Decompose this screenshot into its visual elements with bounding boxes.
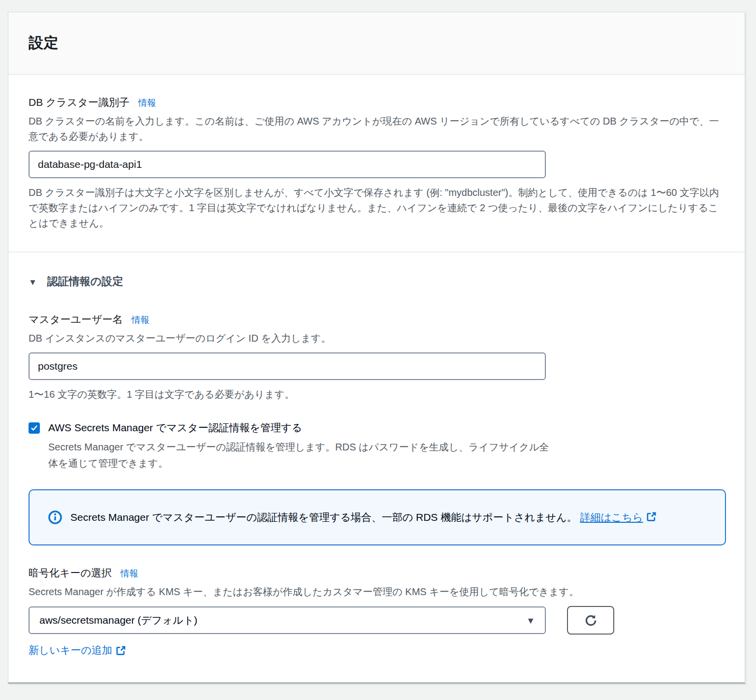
panel-header: 設定 — [8, 12, 745, 75]
master-username-description: DB インスタンスのマスターユーザーのログイン ID を入力します。 — [29, 331, 723, 346]
info-icon — [48, 510, 62, 524]
caret-down-icon — [29, 275, 37, 288]
divider — [8, 252, 745, 253]
credentials-section-title: 認証情報の設定 — [47, 274, 124, 289]
info-alert-message: Secrets Manager でマスターユーザーの認証情報を管理する場合、一部… — [70, 511, 577, 523]
cluster-identifier-info-link[interactable]: 情報 — [138, 97, 156, 109]
settings-panel: 設定 DB クラスター識別子 情報 DB クラスターの名前を入力します。この名前… — [8, 12, 745, 684]
secrets-manager-checkbox[interactable] — [29, 422, 40, 434]
learn-more-link[interactable]: 詳細はこちら — [580, 511, 643, 523]
encryption-key-select[interactable]: aws/secretsmanager (デフォルト) — [29, 606, 546, 634]
cluster-identifier-label: DB クラスター識別子 — [29, 95, 129, 109]
cluster-identifier-input[interactable] — [29, 151, 546, 178]
external-link-icon — [116, 645, 126, 656]
encryption-key-info-link[interactable]: 情報 — [121, 568, 138, 579]
secrets-manager-description: Secrets Manager でマスターユーザーの認証情報を管理します。RDS… — [48, 439, 555, 472]
add-new-key-label: 新しいキーの追加 — [29, 643, 112, 657]
panel-title: 設定 — [29, 33, 59, 53]
encryption-key-description: Secrets Manager が作成する KMS キー、またはお客様が作成した… — [29, 584, 723, 600]
refresh-icon — [584, 613, 598, 628]
secrets-manager-block: AWS Secrets Manager でマスター認証情報を管理する Secre… — [29, 421, 724, 472]
cluster-identifier-field: DB クラスター識別子 情報 DB クラスターの名前を入力します。この名前は、ご… — [29, 95, 724, 231]
encryption-key-label: 暗号化キーの選択 — [29, 566, 112, 580]
encryption-key-field: 暗号化キーの選択 情報 Secrets Manager が作成する KMS キー… — [29, 566, 724, 657]
master-username-constraint: 1〜16 文字の英数字。1 字目は文字である必要があります。 — [29, 387, 723, 402]
master-username-input[interactable] — [29, 352, 546, 380]
check-icon — [30, 424, 38, 432]
external-link-icon[interactable] — [646, 511, 657, 522]
master-username-label: マスターユーザー名 — [29, 313, 123, 326]
cluster-identifier-description: DB クラスターの名前を入力します。この名前は、ご使用の AWS アカウントが現… — [29, 114, 723, 144]
add-new-key-link[interactable]: 新しいキーの追加 — [29, 643, 126, 657]
refresh-button[interactable] — [567, 606, 614, 635]
master-username-info-link[interactable]: 情報 — [131, 314, 149, 326]
secrets-manager-checkbox-label[interactable]: AWS Secrets Manager でマスター認証情報を管理する — [48, 421, 302, 435]
info-alert-text: Secrets Manager でマスターユーザーの認証情報を管理する場合、一部… — [70, 508, 657, 527]
encryption-key-selected-option: aws/secretsmanager (デフォルト) — [39, 613, 197, 627]
info-alert: Secrets Manager でマスターユーザーの認証情報を管理する場合、一部… — [29, 489, 726, 545]
credentials-section-toggle[interactable]: 認証情報の設定 — [29, 274, 123, 289]
secrets-manager-checkbox-row[interactable]: AWS Secrets Manager でマスター認証情報を管理する — [29, 421, 302, 435]
caret-down-icon — [526, 614, 535, 626]
panel-body: DB クラスター識別子 情報 DB クラスターの名前を入力します。この名前は、ご… — [8, 95, 745, 682]
master-username-field: マスターユーザー名 情報 DB インスタンスのマスターユーザーのログイン ID … — [29, 313, 724, 402]
cluster-identifier-constraint: DB クラスター識別子は大文字と小文字を区別しませんが、すべて小文字で保存されま… — [29, 185, 723, 231]
